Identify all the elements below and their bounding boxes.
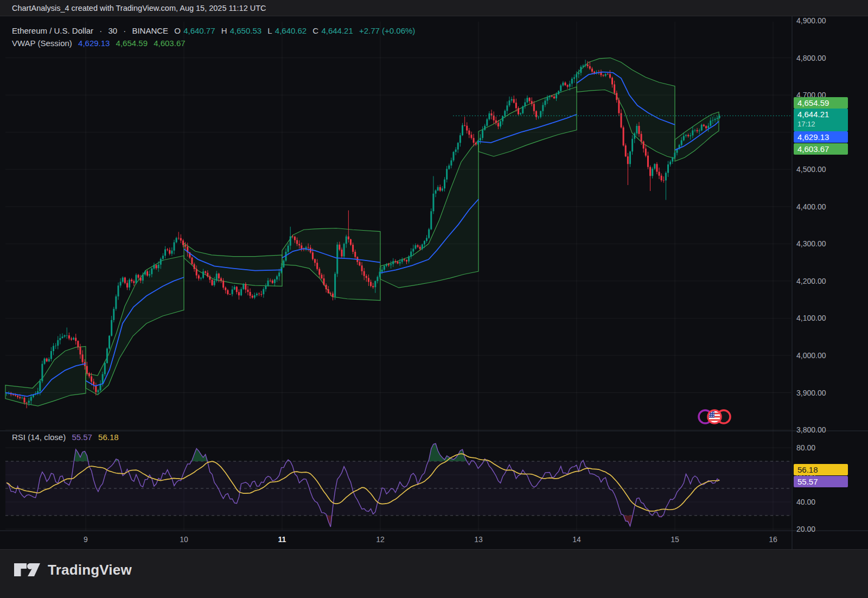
price-axis-tick: 3,800.00 (796, 425, 826, 434)
price-axis-tick: 4,400.00 (796, 202, 826, 211)
rsi-indicator-label[interactable]: RSI (14, close) (12, 432, 66, 442)
symbol-legend-row[interactable]: Ethereum / U.S. Dollar · 30 · BINANCE O … (12, 26, 419, 35)
time-axis-tick: 15 (663, 535, 687, 544)
time-axis-tick: 11 (270, 535, 294, 544)
rsi-ma-value: 56.18 (98, 432, 119, 442)
low-value: 4,640.62 (275, 26, 307, 35)
legend-separator: · (123, 26, 126, 35)
tradingview-chart-page: { "titlebar": {"text": "ChartAnalysis_4 … (0, 0, 868, 598)
lower-band-price-badge: 4,603.67 (794, 143, 848, 155)
event-markers[interactable] (697, 406, 735, 428)
rsi-ma-badge: 56.18 (794, 464, 848, 475)
legend-separator: · (99, 26, 102, 35)
price-axis-tick: 4,000.00 (796, 351, 826, 360)
title-bar: ChartAnalysis_4 created with TradingView… (0, 0, 868, 16)
vwap-legend-row[interactable]: VWAP (Session) 4,629.13 4,654.59 4,603.6… (12, 39, 189, 48)
time-axis-tick: 14 (565, 535, 589, 544)
price-axis-tick: 4,100.00 (796, 314, 826, 322)
price-axis-tick: 3,900.00 (796, 389, 826, 397)
vwap-indicator-label[interactable]: VWAP (Session) (12, 39, 72, 48)
close-value: 4,644.21 (321, 26, 353, 35)
rsi-axis-tick: 80.00 (796, 443, 815, 452)
last-price-badge: 4,644.21 17:12 (794, 109, 848, 131)
us-flag-icon[interactable] (708, 410, 721, 423)
time-axis-tick: 9 (74, 535, 98, 544)
rsi-axis-tick: 40.00 (796, 498, 815, 506)
vwap-upper-value: 4,654.59 (116, 39, 148, 48)
high-value: 4,650.53 (230, 26, 261, 35)
price-axis-tick: 4,800.00 (796, 54, 826, 62)
vwap-lower-value: 4,603.67 (154, 39, 185, 48)
high-label: H (221, 26, 227, 35)
symbol-title[interactable]: Ethereum / U.S. Dollar (12, 26, 93, 35)
time-axis-tick: 13 (467, 535, 490, 544)
upper-band-price-badge: 4,654.59 (794, 97, 848, 109)
price-chart-canvas[interactable] (0, 16, 868, 549)
interval-label[interactable]: 30 (108, 26, 117, 35)
open-value: 4,640.77 (183, 26, 215, 35)
price-axis-tick: 4,200.00 (796, 277, 826, 285)
time-axis-tick: 12 (368, 535, 392, 544)
open-label: O (174, 26, 181, 35)
time-axis-tick: 10 (172, 535, 196, 544)
close-label: C (312, 26, 318, 35)
footer-bar: TradingView (0, 549, 868, 598)
price-axis-tick: 4,300.00 (796, 239, 826, 248)
rsi-value: 55.57 (72, 432, 92, 442)
tradingview-logo-icon (13, 561, 41, 579)
change-value: +2.77 (+0.06%) (359, 26, 415, 35)
vwap-value: 4,629.13 (78, 39, 110, 48)
tradingview-brand-text: TradingView (48, 562, 132, 578)
low-label: L (267, 26, 272, 35)
time-axis-tick: 16 (761, 535, 785, 544)
bar-countdown: 17:12 (797, 119, 844, 129)
rsi-badge: 55.57 (794, 476, 848, 487)
rsi-axis-tick: 20.00 (796, 525, 815, 533)
page-title: ChartAnalysis_4 created with TradingView… (12, 4, 266, 12)
vwap-price-badge: 4,629.13 (794, 131, 848, 143)
price-axis-tick: 4,900.00 (796, 16, 826, 25)
rsi-legend-row[interactable]: RSI (14, close) 55.57 56.18 (12, 432, 123, 442)
exchange-label[interactable]: BINANCE (132, 26, 168, 35)
tradingview-logo-link[interactable]: TradingView (13, 561, 132, 579)
price-axis-tick: 4,500.00 (796, 165, 826, 174)
